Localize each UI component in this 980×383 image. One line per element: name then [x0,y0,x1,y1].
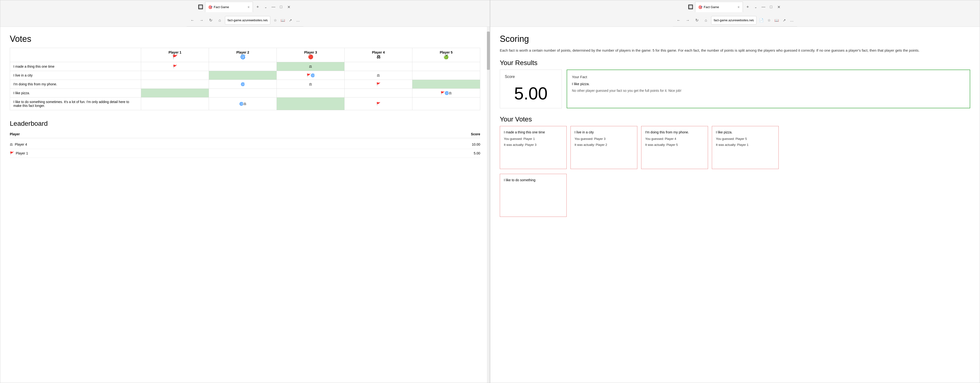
votes-cards: I made a thing this one time You guessed… [500,126,970,169]
vote-cell [277,97,345,110]
vote-cell: 🚩 [345,80,412,89]
favorites-icon[interactable]: ☆ [272,17,278,24]
tab-close-button[interactable]: ✕ [737,5,740,9]
tab-list-button[interactable]: ⌄ [752,3,759,10]
right-page-content: Scoring Each fact is worth a certain num… [490,27,980,383]
leaderboard-header: Player Score [10,130,480,138]
home-button[interactable]: ⌂ [702,16,710,24]
player-score: 5.00 [474,152,480,155]
table-header-fact [10,48,141,62]
tab-list-button[interactable]: ⌄ [262,3,269,10]
leaderboard-section: Leaderboard Player Score ⚖ Player 4 10.0… [10,120,480,158]
fact-cell: I live in a city [10,71,141,80]
leaderboard-heading: Leaderboard [10,120,480,128]
refresh-button[interactable]: ↻ [207,16,215,24]
vote-card-actual: It was actually: Player 3 [504,143,563,147]
window-icon: 🔲 [198,4,203,10]
votes-table: Player 1🚩 Player 2🌀 Player 3🔴 Player 4⚖ … [10,48,480,110]
vote-card-fact: I live in a city [574,130,633,135]
read-view-icon[interactable]: 📄 [758,17,765,24]
forward-button[interactable]: → [684,16,692,24]
score-label: Score [505,75,515,79]
vote-cell [141,97,209,110]
vote-card-fact: I like to do something [504,178,563,183]
table-row: I live in a city 🚩🌀 ⚖ [10,71,480,80]
tab-close-button[interactable]: ✕ [247,5,250,9]
address-bar[interactable] [225,16,270,25]
share-icon[interactable]: ↗ [781,17,788,24]
leaderboard-player: 🚩 Player 1 [10,152,28,155]
refresh-button[interactable]: ↻ [693,16,701,24]
vote-card-guess: You guessed: Player 5 [716,137,775,140]
back-button[interactable]: ← [675,16,682,24]
vote-cell [412,71,480,80]
scrollbar-track[interactable] [487,27,490,383]
vote-cell [345,89,412,97]
vote-cell: ⚖ [345,71,412,80]
bookmark-icon[interactable]: 📖 [773,17,780,24]
leaderboard-player-col: Player [10,132,20,136]
player-icon: 🚩 [10,152,14,155]
bookmark-icon[interactable]: 📖 [279,17,286,24]
vote-card-fact: I made a thing this one time [504,130,563,135]
vote-card: I'm doing this from my phone. You guesse… [641,126,708,169]
more-icon[interactable]: … [295,17,301,24]
table-row: I like pizza. 🚩🌀⚖ [10,89,480,97]
table-header-p1: Player 1🚩 [141,48,209,62]
vote-cell: 🚩 [345,97,412,110]
leaderboard-row: 🚩 Player 1 5.00 [10,149,480,158]
home-button[interactable]: ⌂ [216,16,224,24]
vote-cell: 🌀⚖ [209,97,277,110]
browser-tab[interactable]: 🎯 Fact Game ✕ [695,2,743,12]
table-row: I'm doing this from my phone. 🌀 ⚖ 🚩 [10,80,480,89]
vote-card-fact: I'm doing this from my phone. [645,130,704,135]
new-tab-button[interactable]: + [254,3,261,11]
vote-cell [141,71,209,80]
vote-card: I like pizza. You guessed: Player 5 It w… [712,126,779,169]
vote-cell: 🚩🌀⚖ [412,89,480,97]
table-header-p5: Player 5🍏 [412,48,480,62]
fact-cell: I like to do something sometimes. It's a… [10,97,141,110]
score-box: Score 5.00 [500,70,562,108]
table-header-p3: Player 3🔴 [277,48,345,62]
vote-cell: 🌀 [209,80,277,89]
browser-tab[interactable]: 🎯 Fact Game ✕ [205,2,253,12]
forward-button[interactable]: → [198,16,205,24]
your-results-heading: Your Results [500,59,970,67]
vote-card: I live in a city You guessed: Player 3 I… [571,126,637,169]
vote-cell [412,62,480,71]
new-tab-button[interactable]: + [744,3,751,11]
minimize-button[interactable]: — [760,3,767,10]
favorites-icon[interactable]: ☆ [765,17,772,24]
table-row: I like to do something sometimes. It's a… [10,97,480,110]
maximize-button[interactable]: □ [768,3,775,10]
close-window-button[interactable]: ✕ [285,3,292,10]
vote-cell: ⚖ [277,62,345,71]
window-icon: 🔲 [688,4,693,10]
your-votes-heading: Your Votes [500,115,970,123]
scoring-description: Each fact is worth a certain number of p… [500,48,970,53]
address-bar[interactable] [711,16,756,25]
tab-favicon: 🎯 [698,5,702,9]
minimize-button[interactable]: — [270,3,277,10]
leaderboard-score-col: Score [471,132,480,136]
vote-card-actual: It was actually: Player 2 [574,143,633,147]
player-name: Player 4 [15,142,27,146]
scrollbar-thumb[interactable] [487,32,490,70]
vote-cell [412,97,480,110]
vote-cell [277,89,345,97]
vote-card-actual: It was actually: Player 1 [716,143,775,147]
vote-cell: ⚖ [277,80,345,89]
fact-cell: I'm doing this from my phone. [10,80,141,89]
vote-cell [209,89,277,97]
vote-card-guess: You guessed: Player 3 [574,137,633,140]
vote-cell: 🚩🌀 [277,71,345,80]
maximize-button[interactable]: □ [278,3,285,10]
table-header-p4: Player 4⚖ [345,48,412,62]
close-window-button[interactable]: ✕ [775,3,782,10]
more-icon[interactable]: … [789,17,795,24]
results-grid: Score 5.00 Your Fact I like pizza. No ot… [500,70,970,108]
back-button[interactable]: ← [189,16,196,24]
share-icon[interactable]: ↗ [287,17,294,24]
player-icon: ⚖ [10,142,13,146]
